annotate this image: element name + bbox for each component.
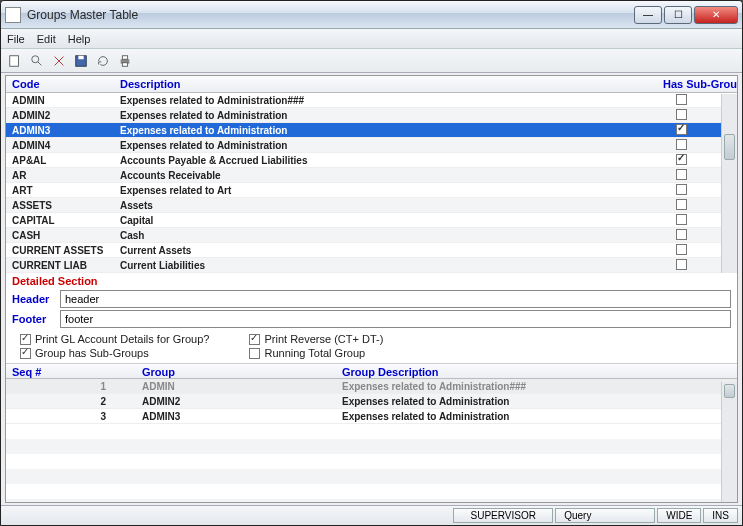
cell-has-sub[interactable] [641,257,721,274]
checkbox-icon[interactable] [676,124,687,135]
col-header-has-sub[interactable]: Has Sub-Groups [657,76,737,92]
grid-row[interactable]: ADMIN2Expenses related to Administration [6,108,737,123]
cell-code: ADMIN4 [6,138,114,153]
checkbox-icon[interactable] [676,154,687,165]
menu-help[interactable]: Help [68,33,91,45]
cell-description: Expenses related to Administration [114,138,641,153]
checkbox-icon[interactable] [676,139,687,150]
cell-code: CAPITAL [6,213,114,228]
cell-code: CURRENT ASSETS [6,243,114,258]
checkbox-icon[interactable] [676,94,687,105]
close-button[interactable]: ✕ [694,6,738,24]
grid-row[interactable]: CURRENT ASSETSCurrent Assets [6,243,737,258]
grid-row[interactable]: ADMINExpenses related to Administration#… [6,93,737,108]
status-user: SUPERVISOR [453,508,553,523]
tool-delete-icon[interactable] [49,51,69,71]
grid-row[interactable]: CAPITALCapital [6,213,737,228]
grid-row[interactable]: ADMIN4Expenses related to Administration [6,138,737,153]
cell-seq: 2 [6,394,136,408]
tool-new-icon[interactable] [5,51,25,71]
checkbox-icon[interactable] [20,348,31,359]
cell-description: Expenses related to Administration### [114,93,641,108]
check-has-sub[interactable]: Group has Sub-Groups [20,347,209,359]
checkbox-icon[interactable] [676,214,687,225]
checkbox-icon[interactable] [249,334,260,345]
subgrid-scrollbar[interactable] [721,382,737,502]
cell-code: ADMIN3 [6,123,114,138]
menu-edit[interactable]: Edit [37,33,56,45]
menubar: File Edit Help [1,29,742,49]
cell-gdesc: Expenses related to Administration### [336,379,721,393]
grid-body[interactable]: ADMINExpenses related to Administration#… [6,93,737,273]
cell-code: CURRENT LIAB [6,258,114,273]
cell-description: Cash [114,228,641,243]
svg-rect-8 [122,55,127,59]
cell-description: Expenses related to Administration [114,108,641,123]
scrollbar-thumb[interactable] [724,384,735,398]
cell-description: Current Liabilities [114,258,641,273]
cell-description: Expenses related to Art [114,183,641,198]
check-print-gl[interactable]: Print GL Account Details for Group? [20,333,209,345]
titlebar[interactable]: Groups Master Table — ☐ ✕ [1,1,742,29]
tool-refresh-icon[interactable] [93,51,113,71]
subgrid-row[interactable]: 2ADMIN2Expenses related to Administratio… [6,394,737,409]
checkbox-icon[interactable] [676,169,687,180]
checkbox-icon[interactable] [676,229,687,240]
status-wide: WIDE [657,508,701,523]
checkbox-icon[interactable] [676,199,687,210]
check-running-total[interactable]: Running Total Group [249,347,383,359]
grid-row[interactable]: ARAccounts Receivable [6,168,737,183]
cell-code: ADMIN2 [6,108,114,123]
checkbox-icon[interactable] [249,348,260,359]
header-label: Header [12,293,54,305]
window-title: Groups Master Table [27,8,634,22]
tool-save-icon[interactable] [71,51,91,71]
grid-row[interactable]: CASHCash [6,228,737,243]
subgrid-filler [6,424,737,502]
grid-row[interactable]: AP&ALAccounts Payable & Accrued Liabilit… [6,153,737,168]
statusbar: SUPERVISOR Query WIDE INS [1,505,742,525]
checkbox-icon[interactable] [676,259,687,270]
status-ins: INS [703,508,738,523]
tool-print-icon[interactable] [115,51,135,71]
cell-seq: 1 [6,379,136,393]
tool-search-icon[interactable] [27,51,47,71]
scrollbar-thumb[interactable] [724,134,735,160]
svg-rect-6 [78,55,83,59]
grid-scrollbar[interactable] [721,94,737,273]
app-window: Groups Master Table — ☐ ✕ File Edit Help… [0,0,743,526]
cell-gdesc: Expenses related to Administration [336,394,721,408]
checkbox-icon[interactable] [676,244,687,255]
subgrid-body[interactable]: 1ADMINExpenses related to Administration… [6,379,737,424]
cell-code: ART [6,183,114,198]
footer-input[interactable] [60,310,731,328]
grid-row[interactable]: CURRENT LIABCurrent Liabilities [6,258,737,273]
subgrid-row[interactable]: 3ADMIN3Expenses related to Administratio… [6,409,737,424]
cell-group: ADMIN2 [136,394,336,408]
grid-row[interactable]: ARTExpenses related to Art [6,183,737,198]
checkbox-icon[interactable] [676,184,687,195]
header-input[interactable] [60,290,731,308]
maximize-button[interactable]: ☐ [664,6,692,24]
check-print-reverse[interactable]: Print Reverse (CT+ DT-) [249,333,383,345]
menu-file[interactable]: File [7,33,25,45]
svg-line-2 [38,61,42,65]
cell-seq: 3 [6,409,136,423]
cell-gdesc: Expenses related to Administration [336,409,721,423]
subgrid-row[interactable]: 1ADMINExpenses related to Administration… [6,379,737,394]
checkbox-icon[interactable] [676,109,687,120]
app-icon [5,7,21,23]
subcol-header-seq[interactable]: Seq # [6,364,136,378]
grid-row[interactable]: ASSETSAssets [6,198,737,213]
cell-group: ADMIN [136,379,336,393]
grid-header-row: Code Description Has Sub-Groups [6,76,737,93]
subgrid-header-row: Seq # Group Group Description [6,364,737,379]
subcol-header-gdesc[interactable]: Group Description [336,364,721,378]
subcol-header-group[interactable]: Group [136,364,336,378]
grid-row[interactable]: ADMIN3Expenses related to Administration [6,123,737,138]
checkbox-icon[interactable] [20,334,31,345]
cell-code: AR [6,168,114,183]
minimize-button[interactable]: — [634,6,662,24]
col-header-code[interactable]: Code [6,76,114,92]
col-header-description[interactable]: Description [114,76,657,92]
